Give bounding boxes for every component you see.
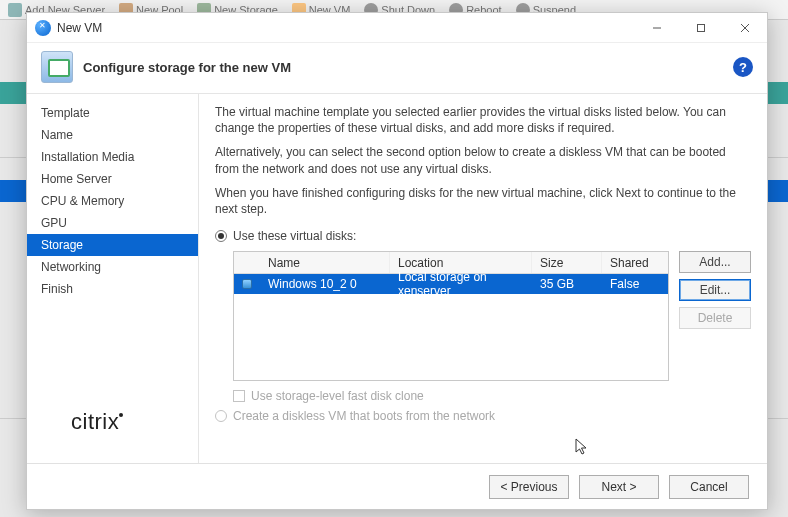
col-size[interactable]: Size: [532, 252, 602, 273]
radio-use-virtual-disks[interactable]: Use these virtual disks:: [215, 229, 751, 243]
page-title: Configure storage for the new VM: [83, 60, 291, 75]
cell-shared: False: [602, 277, 668, 291]
radio-label: Use these virtual disks:: [233, 229, 356, 243]
window-title: New VM: [57, 21, 102, 35]
sidebar-item-gpu[interactable]: GPU: [27, 212, 198, 234]
sidebar-item-networking[interactable]: Networking: [27, 256, 198, 278]
cancel-button[interactable]: Cancel: [669, 475, 749, 499]
wizard-footer: < Previous Next > Cancel: [27, 463, 767, 509]
checkbox-fast-disk-clone: Use storage-level fast disk clone: [233, 389, 751, 403]
description-3: When you have finished configuring disks…: [215, 185, 751, 217]
minimize-button[interactable]: [635, 13, 679, 43]
add-button[interactable]: Add...: [679, 251, 751, 273]
titlebar: New VM: [27, 13, 767, 43]
close-button[interactable]: [723, 13, 767, 43]
cell-location: Local storage on xenserver: [390, 270, 532, 298]
wizard-header: Configure storage for the new VM ?: [27, 43, 767, 94]
description-2: Alternatively, you can select the second…: [215, 144, 751, 176]
sidebar-item-storage[interactable]: Storage: [27, 234, 198, 256]
maximize-button[interactable]: [679, 13, 723, 43]
virtual-disks-table[interactable]: Name Location Size Shared Windows 10_2 0…: [233, 251, 669, 381]
radio-icon: [215, 230, 227, 242]
cell-name: Windows 10_2 0: [260, 277, 390, 291]
svg-rect-1: [698, 24, 705, 31]
checkbox-icon: [233, 390, 245, 402]
sidebar-item-name[interactable]: Name: [27, 124, 198, 146]
edit-button[interactable]: Edit...: [679, 279, 751, 301]
disk-icon: [242, 279, 252, 289]
sidebar-item-template[interactable]: Template: [27, 102, 198, 124]
wizard-main: The virtual machine template you selecte…: [199, 94, 767, 463]
help-button[interactable]: ?: [733, 57, 753, 77]
radio-diskless-vm: Create a diskless VM that boots from the…: [215, 409, 751, 423]
citrix-logo: citrix: [71, 409, 123, 435]
storage-icon: [41, 51, 73, 83]
sidebar-item-home-server[interactable]: Home Server: [27, 168, 198, 190]
radio-label: Create a diskless VM that boots from the…: [233, 409, 495, 423]
col-name[interactable]: Name: [260, 252, 390, 273]
col-shared[interactable]: Shared: [602, 252, 668, 273]
app-icon: [35, 20, 51, 36]
delete-button: Delete: [679, 307, 751, 329]
checkbox-label: Use storage-level fast disk clone: [251, 389, 424, 403]
next-button[interactable]: Next >: [579, 475, 659, 499]
table-row[interactable]: Windows 10_2 0 Local storage on xenserve…: [234, 274, 668, 294]
previous-button[interactable]: < Previous: [489, 475, 569, 499]
sidebar-item-installation-media[interactable]: Installation Media: [27, 146, 198, 168]
description-1: The virtual machine template you selecte…: [215, 104, 751, 136]
sidebar-item-cpu-memory[interactable]: CPU & Memory: [27, 190, 198, 212]
sidebar-item-finish[interactable]: Finish: [27, 278, 198, 300]
radio-icon: [215, 410, 227, 422]
new-vm-dialog: New VM Configure storage for the new VM …: [26, 12, 768, 510]
cell-size: 35 GB: [532, 277, 602, 291]
wizard-sidebar: Template Name Installation Media Home Se…: [27, 94, 199, 463]
